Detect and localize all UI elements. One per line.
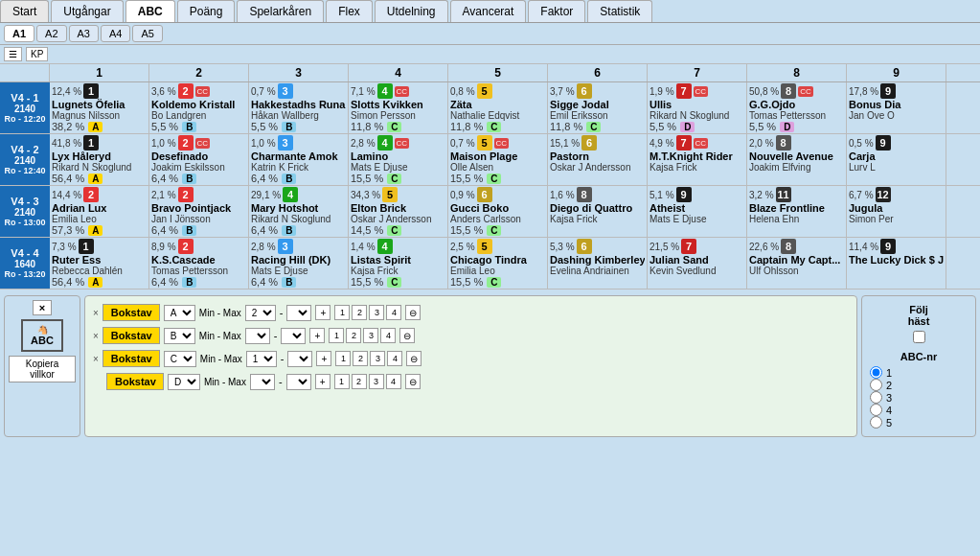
horse-num: 6: [581, 135, 597, 151]
abc-nr-radio-row-2[interactable]: 2: [870, 379, 968, 391]
driver-name: Rebecca Dahlén: [52, 266, 147, 276]
num-box-1-3[interactable]: 3: [369, 305, 384, 320]
races-container: V4 - 12140Ro - 12:20 12,4 % 1 Lugnets Öf…: [0, 82, 980, 290]
filter-letter-2[interactable]: B: [164, 328, 195, 344]
grade-badge: B: [182, 174, 196, 184]
add-filter-3[interactable]: +: [316, 351, 331, 366]
filter-val2-4[interactable]: [286, 374, 311, 390]
num-box-2-4[interactable]: 4: [380, 328, 396, 343]
horse-pct: 2,8 %: [251, 242, 276, 252]
top-tab-utgångar[interactable]: Utgångar: [51, 0, 123, 22]
sub-tab-a1[interactable]: A1: [4, 25, 34, 42]
filter-label-3[interactable]: Bokstav: [103, 350, 160, 367]
close-button[interactable]: ×: [33, 300, 52, 315]
num-box-2-3[interactable]: 3: [363, 328, 378, 343]
filter-label-1[interactable]: Bokstav: [103, 304, 160, 321]
num-box-4-4[interactable]: 4: [386, 374, 401, 389]
top-tab-flex[interactable]: Flex: [326, 0, 373, 22]
top-tab-faktor[interactable]: Faktor: [528, 0, 585, 22]
num-box-3-4[interactable]: 4: [387, 351, 402, 366]
filter-val1-4[interactable]: [250, 374, 275, 390]
abc-nr-label-1: 1: [886, 367, 892, 379]
sub-tab-a5[interactable]: A5: [132, 25, 162, 42]
filter-x-3[interactable]: ×: [93, 354, 99, 364]
horse-pct: 7,1 %: [351, 86, 376, 97]
add-filter-4[interactable]: +: [315, 374, 330, 389]
top-tab-poäng[interactable]: Poäng: [177, 0, 236, 22]
filter-letter-4[interactable]: D: [168, 374, 200, 390]
horse-name: Lyx Håleryd: [52, 151, 147, 162]
top-tab-utdelning[interactable]: Utdelning: [375, 0, 448, 22]
top-tab-spelarkåren[interactable]: Spelarkåren: [237, 0, 324, 22]
filter-letter-1[interactable]: A: [164, 305, 195, 321]
filter-val1-3[interactable]: 1: [246, 351, 277, 367]
abc-nr-radio-row-1[interactable]: 1: [870, 366, 968, 379]
filter-label-2[interactable]: Bokstav: [103, 327, 160, 344]
num-box-4-2[interactable]: 2: [352, 374, 367, 389]
sub-tab-a2[interactable]: A2: [36, 25, 66, 42]
filter-val2-2[interactable]: [281, 328, 306, 344]
horse-score: 5,5 %: [151, 121, 178, 132]
num-box-1-4[interactable]: 4: [386, 305, 401, 320]
horse-pct: 1,9 %: [650, 86, 674, 97]
filter-x-1[interactable]: ×: [93, 308, 99, 318]
horse-name: Koldemo Kristall: [151, 99, 246, 110]
abc-nr-radio-4[interactable]: [870, 404, 882, 416]
num-box-2-2[interactable]: 2: [346, 328, 361, 343]
num-box-3-2[interactable]: 2: [353, 351, 368, 366]
abc-nr-radio-3[interactable]: [870, 391, 882, 404]
filter-x-2[interactable]: ×: [93, 331, 99, 341]
num-box-3-1[interactable]: 1: [335, 351, 351, 366]
följ-checkbox-input[interactable]: [913, 331, 925, 343]
sub-tab-a4[interactable]: A4: [101, 25, 130, 42]
num-box-2-1[interactable]: 1: [329, 328, 344, 343]
remove-filter-1[interactable]: ⊖: [405, 305, 421, 320]
horse-name: Hakkestadhs Runa: [251, 99, 346, 110]
remove-filter-4[interactable]: ⊖: [405, 374, 421, 389]
num-box-4-3[interactable]: 3: [369, 374, 384, 389]
race-label-2: V4 - 22140Ro - 12:40: [0, 134, 50, 185]
kp-button[interactable]: KP: [26, 47, 48, 61]
horse-name: Gucci Boko: [450, 202, 545, 214]
filter-label-4[interactable]: Bokstav: [106, 373, 164, 390]
add-filter-1[interactable]: +: [315, 305, 330, 320]
filter-val2-1[interactable]: [286, 305, 311, 321]
abc-nr-radio-5[interactable]: [870, 416, 882, 429]
filter-letter-3[interactable]: C: [164, 351, 196, 367]
top-tab-avancerat[interactable]: Avancerat: [450, 0, 527, 22]
copy-conditions-button[interactable]: Kopiera villkor: [9, 356, 76, 382]
add-filter-2[interactable]: +: [309, 328, 325, 343]
num-box-1-1[interactable]: 1: [334, 305, 350, 320]
abc-nr-label-5: 5: [886, 417, 892, 429]
num-box-1-2[interactable]: 2: [352, 305, 367, 320]
abc-nr-radio-row-3[interactable]: 3: [870, 391, 968, 404]
följ-checkbox[interactable]: [870, 331, 968, 343]
horse-num: 5: [477, 135, 492, 151]
horse-num: 1: [83, 83, 99, 99]
remove-filter-3[interactable]: ⊖: [406, 351, 422, 366]
abc-nr-radio-1[interactable]: [870, 366, 882, 379]
sub-tab-a3[interactable]: A3: [69, 25, 99, 42]
filter-row-1: × Bokstav A Min - Max 2 - + 1234 ⊖: [93, 304, 849, 321]
top-tab-abc[interactable]: ABC: [125, 0, 175, 22]
horse-name: Blaze Frontline: [749, 202, 844, 214]
horse-pct: 5,1 %: [650, 190, 674, 200]
remove-filter-2[interactable]: ⊖: [399, 328, 415, 343]
filter-val1-2[interactable]: [245, 328, 270, 344]
horse-name: Sigge Jodal: [550, 99, 645, 110]
grade-badge: A: [88, 122, 103, 132]
num-box-4-1[interactable]: 1: [334, 374, 350, 389]
num-box-3-3[interactable]: 3: [370, 351, 385, 366]
filter-val2-3[interactable]: [287, 351, 312, 367]
dash-3: -: [281, 353, 285, 364]
abc-nr-radio-row-4[interactable]: 4: [870, 404, 968, 416]
top-tab-statistik[interactable]: Statistik: [587, 0, 652, 22]
abc-nr-radio-row-5[interactable]: 5: [870, 416, 968, 429]
hamburger-button[interactable]: ☰: [4, 47, 22, 61]
dash-2: -: [274, 330, 278, 341]
horse-num: 8: [781, 83, 796, 99]
filter-val1-1[interactable]: 2: [245, 305, 276, 321]
grade-badge: C: [387, 174, 401, 184]
top-tab-start[interactable]: Start: [0, 0, 49, 22]
abc-nr-radio-2[interactable]: [870, 379, 882, 391]
